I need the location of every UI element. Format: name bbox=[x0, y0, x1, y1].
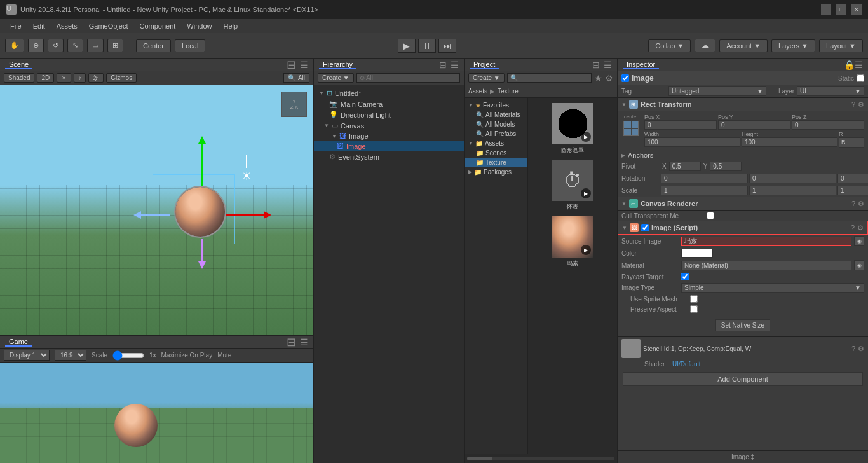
assets-header[interactable]: ▼ 📁 Assets bbox=[465, 139, 527, 148]
project-search[interactable]: 🔍 bbox=[507, 73, 592, 83]
scale-tool-button[interactable]: ⤡ bbox=[67, 39, 83, 52]
hierarchy-item-main-camera[interactable]: 📷 Main Camera bbox=[314, 99, 464, 109]
image-script-active-checkbox[interactable] bbox=[641, 224, 649, 232]
asset-item-huaibiao[interactable]: ⏱ ▶ 怀表 bbox=[533, 160, 612, 211]
pivot-y-input[interactable] bbox=[710, 162, 742, 171]
breadcrumb-item-texture[interactable]: Texture bbox=[498, 88, 519, 95]
image-type-dropdown[interactable]: Simple▼ bbox=[681, 283, 864, 293]
scale-x-input[interactable] bbox=[661, 186, 748, 195]
static-checkbox[interactable] bbox=[857, 74, 864, 82]
scene-orientation-gizmo[interactable]: Y Z X bbox=[281, 92, 307, 117]
hierarchy-lock-icon[interactable]: ⊟ bbox=[439, 60, 447, 70]
breadcrumb-item-assets[interactable]: Assets bbox=[468, 88, 487, 95]
game-view[interactable] bbox=[0, 363, 313, 463]
hierarchy-item-canvas[interactable]: ▼ ▭ Canvas bbox=[314, 120, 464, 131]
close-button[interactable]: ✕ bbox=[851, 4, 862, 15]
all-materials-item[interactable]: 🔍 All Materials bbox=[465, 110, 527, 120]
window-controls[interactable]: ─ □ ✕ bbox=[821, 4, 862, 15]
scene-view[interactable]: ☀ Y Z X bbox=[0, 85, 313, 335]
menu-edit[interactable]: Edit bbox=[28, 21, 50, 31]
rotate-tool-button[interactable]: ↺ bbox=[48, 39, 64, 52]
project-lock-icon[interactable]: ⊟ bbox=[592, 60, 600, 70]
scene-lock-icon[interactable]: ⊟ bbox=[287, 58, 296, 72]
r-button[interactable]: R bbox=[839, 137, 864, 148]
rotation-x-input[interactable] bbox=[661, 174, 748, 183]
aspect-select[interactable]: 16:9 bbox=[55, 350, 86, 361]
all-prefabs-item[interactable]: 🔍 All Prefabs bbox=[465, 129, 527, 139]
rect-tool-button[interactable]: ▭ bbox=[87, 39, 104, 52]
width-input[interactable] bbox=[644, 137, 740, 147]
project-tab[interactable]: Project bbox=[470, 60, 499, 69]
scene-image-circle[interactable] bbox=[174, 186, 226, 238]
layers-button[interactable]: Layers ▼ bbox=[771, 39, 815, 52]
source-image-picker[interactable]: ◉ bbox=[854, 236, 864, 246]
image-script-header[interactable]: ▼ 🖼 Image (Script) ? ⚙ bbox=[618, 221, 868, 235]
menu-help[interactable]: Help bbox=[218, 21, 243, 31]
game-tab[interactable]: Game bbox=[5, 338, 32, 347]
material-picker[interactable]: ◉ bbox=[854, 260, 864, 270]
pivot-center-button[interactable]: Center bbox=[136, 39, 171, 52]
play-button[interactable]: ▶ bbox=[398, 39, 416, 53]
pos-y-input[interactable] bbox=[718, 120, 790, 130]
account-button[interactable]: Account ▼ bbox=[719, 39, 768, 52]
game-lock-icon[interactable]: ⊟ bbox=[287, 335, 296, 349]
use-sprite-checkbox[interactable] bbox=[690, 295, 698, 303]
texture-item[interactable]: 📁 Texture bbox=[465, 158, 527, 167]
pause-button[interactable]: ⏸ bbox=[418, 39, 436, 53]
minimize-button[interactable]: ─ bbox=[821, 4, 831, 15]
move-tool-button[interactable]: ⊕ bbox=[28, 39, 44, 52]
tag-dropdown[interactable]: Untagged▼ bbox=[668, 86, 766, 96]
game-menu-icon[interactable]: ☰ bbox=[300, 337, 308, 347]
scale-z-input[interactable] bbox=[837, 186, 868, 195]
hierarchy-menu-icon[interactable]: ☰ bbox=[451, 60, 459, 70]
stencil-settings-icon[interactable]: ⚙ bbox=[858, 345, 864, 353]
display-select[interactable]: Display 1 bbox=[4, 350, 50, 361]
effects-button[interactable]: 🌫 bbox=[88, 73, 104, 83]
mute-button[interactable]: Mute bbox=[217, 352, 231, 359]
hierarchy-item-image-child[interactable]: 🖼 Image bbox=[314, 141, 464, 151]
rotation-z-input[interactable] bbox=[837, 174, 868, 183]
lighting-button[interactable]: ☀ bbox=[57, 73, 71, 83]
menu-component[interactable]: Component bbox=[134, 21, 180, 31]
raycast-checkbox[interactable] bbox=[681, 273, 689, 280]
layout-button[interactable]: Layout ▼ bbox=[819, 39, 863, 52]
hierarchy-item-untitled[interactable]: ▼ ⊡ Untitled* bbox=[314, 88, 464, 99]
all-models-item[interactable]: 🔍 All Models bbox=[465, 120, 527, 129]
set-native-size-button[interactable]: Set Native Size bbox=[715, 319, 770, 331]
audio-button[interactable]: ♪ bbox=[74, 73, 86, 83]
inspector-lock-icon[interactable]: 🔒 bbox=[844, 60, 855, 70]
project-scrollbar[interactable] bbox=[465, 454, 617, 463]
menu-gameobject[interactable]: GameObject bbox=[84, 21, 133, 31]
collab-button[interactable]: Collab ▼ bbox=[648, 39, 691, 52]
hierarchy-item-event-system[interactable]: ⚙ EventSystem bbox=[314, 151, 464, 162]
canvas-renderer-header[interactable]: ▼ ▭ Canvas Renderer ? ⚙ bbox=[618, 197, 868, 211]
canvas-renderer-ref-icon[interactable]: ? bbox=[851, 200, 855, 208]
menu-window[interactable]: Window bbox=[182, 21, 217, 31]
rect-transform-header[interactable]: ▼ ⊞ Rect Transform ? ⚙ bbox=[618, 97, 868, 111]
pos-z-input[interactable] bbox=[792, 120, 864, 130]
shaded-dropdown[interactable]: Shaded bbox=[4, 73, 34, 83]
rect-transform-ref-icon[interactable]: ? bbox=[851, 100, 855, 109]
scene-search[interactable]: 🔍All bbox=[283, 73, 309, 83]
gizmos-button[interactable]: Gizmos bbox=[106, 73, 137, 83]
canvas-renderer-settings-icon[interactable]: ⚙ bbox=[858, 200, 864, 208]
menu-assets[interactable]: Assets bbox=[51, 21, 83, 31]
anchor-preset-button[interactable] bbox=[623, 121, 639, 136]
layer-dropdown[interactable]: UI▼ bbox=[797, 86, 864, 96]
hierarchy-item-image-parent[interactable]: ▼ 🖼 Image bbox=[314, 131, 464, 141]
project-create-button[interactable]: Create ▼ bbox=[468, 73, 505, 83]
inspector-menu-icon[interactable]: ☰ bbox=[855, 60, 863, 70]
stencil-ref-icon[interactable]: ? bbox=[851, 345, 855, 353]
object-active-checkbox[interactable] bbox=[621, 74, 629, 82]
rotation-y-input[interactable] bbox=[749, 174, 836, 183]
project-icon2[interactable]: ⚙ bbox=[605, 73, 613, 83]
anchors-section[interactable]: ▶ Anchors bbox=[618, 150, 868, 160]
color-picker[interactable] bbox=[681, 249, 713, 258]
image-script-ref-icon[interactable]: ? bbox=[851, 224, 855, 232]
step-button[interactable]: ⏭ bbox=[438, 39, 456, 53]
material-input[interactable] bbox=[681, 261, 851, 270]
project-menu-icon[interactable]: ☰ bbox=[604, 60, 612, 70]
scale-y-input[interactable] bbox=[749, 186, 836, 195]
pos-x-input[interactable] bbox=[644, 120, 717, 130]
scenes-item[interactable]: 📁 Scenes bbox=[465, 148, 527, 158]
